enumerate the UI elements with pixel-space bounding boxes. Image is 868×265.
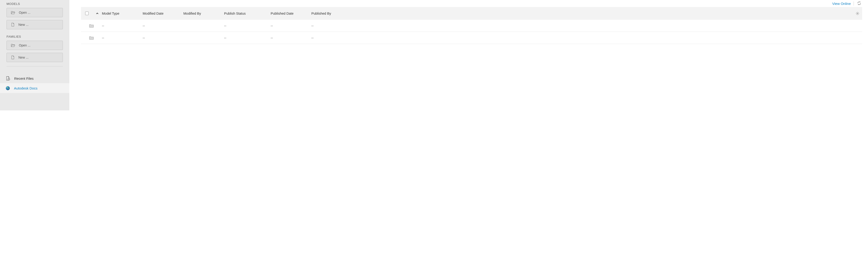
new-family-button[interactable]: New ... [6, 53, 63, 62]
action-divider [854, 1, 854, 6]
refresh-icon [857, 1, 861, 5]
sidebar: MODELS Open ... New ... FAMILIES Open ..… [0, 0, 69, 110]
cell-published-date: -- [271, 36, 311, 40]
new-family-label: New ... [19, 56, 29, 59]
col-published-date[interactable]: Published Date [271, 12, 311, 15]
col-publish-status[interactable]: Publish Status [224, 12, 271, 15]
document-icon [11, 56, 15, 59]
nav-autodesk-docs-label: Autodesk Docs [14, 86, 37, 90]
globe-icon [6, 86, 10, 90]
cell-publish-status: -- [224, 36, 271, 40]
cell-published-by: -- [311, 36, 853, 40]
section-header-families: FAMILIES [0, 32, 69, 41]
cell-model-type: -- [102, 36, 143, 40]
column-settings-button[interactable] [853, 12, 862, 15]
cell-modified-date: -- [143, 24, 183, 28]
cell-publish-status: -- [224, 24, 271, 28]
col-published-by[interactable]: Published By [311, 12, 853, 15]
folder-icon [89, 24, 94, 28]
view-online-link[interactable]: View Online [832, 2, 854, 6]
table-row[interactable]: -- -- -- -- -- [81, 20, 862, 32]
section-header-models: MODELS [0, 1, 69, 8]
folder-icon [89, 36, 94, 40]
open-model-button[interactable]: Open ... [6, 8, 63, 17]
chevron-up-icon [96, 12, 99, 15]
cell-modified-date: -- [143, 36, 183, 40]
folder-open-icon [11, 11, 15, 14]
nav-autodesk-docs[interactable]: Autodesk Docs [0, 83, 69, 93]
collapse-all-button[interactable] [93, 12, 102, 15]
table-row[interactable]: -- -- -- -- -- [81, 32, 862, 44]
open-model-label: Open ... [19, 11, 30, 14]
folder-open-icon [11, 44, 15, 47]
select-all-cell[interactable] [81, 12, 93, 15]
svg-point-1 [857, 13, 858, 14]
table-header: Model Type Modified Date Modified By Pub… [81, 7, 862, 20]
document-icon [11, 23, 15, 27]
nav-recent-files[interactable]: Recent Files [0, 73, 69, 83]
cell-published-by: -- [311, 24, 853, 28]
nav-list: Recent Files Autodesk Docs [0, 73, 69, 93]
open-family-label: Open ... [19, 43, 30, 47]
cell-model-type: -- [102, 24, 143, 28]
col-model-type[interactable]: Model Type [102, 12, 143, 15]
checkbox-icon [85, 12, 89, 15]
main-content: View Online Model Type Modified Date Mod… [69, 0, 868, 110]
gear-icon [856, 12, 859, 15]
top-actions: View Online [81, 0, 862, 7]
cell-published-date: -- [271, 24, 311, 28]
col-modified-date[interactable]: Modified Date [143, 12, 183, 15]
new-model-button[interactable]: New ... [6, 20, 63, 29]
new-model-label: New ... [19, 23, 29, 27]
recent-files-icon [6, 76, 10, 80]
col-modified-by[interactable]: Modified By [183, 12, 224, 15]
open-family-button[interactable]: Open ... [6, 41, 63, 50]
nav-recent-files-label: Recent Files [14, 76, 33, 80]
refresh-button[interactable] [856, 0, 862, 7]
